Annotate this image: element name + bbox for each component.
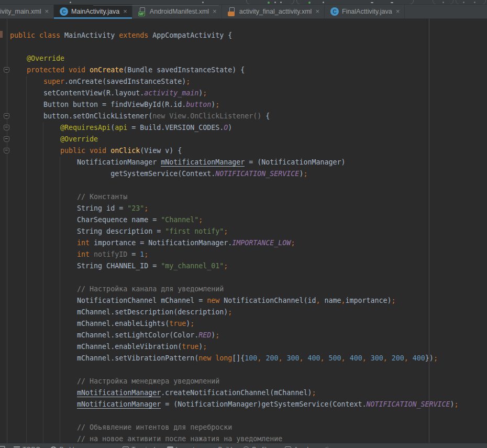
code-line[interactable]: NotificationManager mNotificationManager… (10, 157, 487, 168)
code-token: RED (198, 331, 211, 339)
code-line[interactable]: mNotificationManager.createNotificationC… (10, 387, 487, 399)
tab-finalacttivity-java[interactable]: CFinalActtivity.java× (325, 4, 405, 18)
run-indicator-dot (308, 2, 311, 4)
code-line[interactable]: int notifyID = 1; (10, 249, 487, 260)
statusbar-item-build[interactable]: Build (209, 446, 233, 448)
code-token: 200 (392, 354, 404, 362)
code-token: , (320, 354, 325, 362)
code-line[interactable]: mChannel.setLightColor(Color.RED); (10, 330, 487, 341)
statusbar-item-problems[interactable]: Problems (50, 446, 86, 448)
statusbar-item-todo[interactable]: TODO (14, 446, 40, 448)
tab-activity_final_acttivity-xml[interactable]: activity_final_acttivity.xml× (222, 4, 325, 18)
code-line[interactable]: button.setOnClickListener(new View.OnCli… (10, 111, 487, 122)
code-line[interactable]: int importance = NotificationManager.IMP… (10, 237, 487, 249)
code-token: @Override (10, 135, 98, 143)
tab-androidmanifest-xml[interactable]: MFAndroidManifest.xml× (132, 4, 222, 18)
run-indicator-dot (268, 2, 270, 4)
code-token: = (NotificationManager) (245, 158, 345, 166)
code-token: ; (434, 354, 438, 362)
code-token: 500 (329, 354, 341, 362)
close-icon[interactable]: × (45, 9, 49, 14)
code-editor[interactable]: public class MainActivity extends AppCom… (0, 19, 487, 448)
device-selector-widget[interactable] (246, 0, 294, 5)
statusbar-item-terminal[interactable]: Terminal (123, 446, 155, 448)
code-line[interactable]: String description = "first notify"; (10, 226, 487, 237)
code-line[interactable]: // Обьявление интентов для переброски (10, 422, 487, 433)
code-line[interactable]: String CHANNEL_ID = "my_channel_01"; (10, 260, 487, 272)
code-token: mChannel.enableVibration( (10, 343, 182, 351)
code-line[interactable] (10, 41, 487, 53)
statusbar-item-app-inspection[interactable]: App Inspection (285, 446, 335, 448)
fold-marker-icon[interactable] (4, 113, 9, 119)
code-token: , (404, 354, 408, 362)
toolbar-button-group[interactable] (456, 0, 486, 5)
tab-ivity_main-xml[interactable]: ivity_main.xml× (0, 4, 54, 18)
code-line[interactable]: getSystemService(Context.NOTIFICATION_SE… (10, 168, 487, 180)
code-token: String description = (10, 227, 165, 235)
code-line[interactable] (10, 410, 487, 422)
code-token: int (10, 239, 90, 247)
statusbar-item-logcat[interactable]: Logcat (167, 446, 195, 448)
fold-marker-icon[interactable] (4, 148, 9, 154)
fold-marker-icon[interactable] (4, 136, 9, 142)
run-configuration-widget[interactable] (296, 0, 414, 5)
code-line[interactable]: CharSequence name = "Channel"; (10, 214, 487, 226)
manifest-file-icon: MF (138, 7, 147, 16)
code-line[interactable]: public class MainActivity extends AppCom… (10, 30, 487, 41)
tab-label: FinalActtivity.java (342, 8, 392, 15)
code-token: ; (312, 389, 316, 397)
code-token: , (299, 354, 303, 362)
code-token: button.setOnClickListener( (10, 112, 152, 120)
code-line[interactable]: protected void onCreate(Bundle savedInst… (10, 64, 487, 76)
code-line[interactable]: mNotificationManager = (NotificationMana… (10, 399, 487, 410)
toolwindow-corner-icon[interactable] (0, 446, 5, 448)
code-line[interactable]: @Override (10, 134, 487, 145)
code-line[interactable]: super.onCreate(savedInstanceState); (10, 76, 487, 88)
close-icon[interactable]: × (213, 9, 217, 14)
code-token: mNotificationManager (77, 389, 161, 397)
code-line[interactable]: Button button = findViewById(R.id.button… (10, 99, 487, 111)
code-line[interactable] (10, 364, 487, 376)
code-token: mChannel.enableLights( (10, 320, 169, 327)
tab-label: AndroidManifest.xml (150, 8, 209, 15)
code-line[interactable] (10, 272, 487, 283)
code-token: ; (190, 320, 194, 327)
code-line[interactable]: @RequiresApi(api = Build.VERSION_CODES.O… (10, 122, 487, 134)
fold-marker-icon[interactable] (4, 125, 9, 130)
status-bar: TODOProblemsTerminalLogcatBuildProfilerA… (0, 443, 487, 448)
tab-label: activity_final_acttivity.xml (239, 8, 312, 15)
code-token: String CHANNEL_ID = (10, 262, 161, 270)
code-line[interactable]: @Override (10, 53, 487, 64)
code-token: 300 (286, 354, 299, 362)
code-area[interactable]: public class MainActivity extends AppCom… (0, 30, 487, 445)
code-line[interactable]: // Настройка менеджера уведомлений (10, 376, 487, 387)
statusbar-item-label: TODO (23, 446, 40, 448)
code-line[interactable]: NotificationChannel mChannel = new Notif… (10, 295, 487, 307)
code-line[interactable]: mChannel.enableVibration(true); (10, 341, 487, 353)
code-line[interactable] (10, 180, 487, 191)
tab-mainactivity-java[interactable]: CMainActivity.java× (54, 4, 132, 18)
code-token: 400 (413, 354, 425, 362)
code-token: IMPORTANCE_LOW (232, 239, 291, 247)
code-line[interactable]: mChannel.enableLights(true); (10, 318, 487, 330)
close-icon[interactable]: × (315, 9, 319, 14)
code-token: AppCompatActivity { (148, 31, 232, 39)
close-icon[interactable]: × (123, 9, 127, 14)
android-studio-window: ivity_main.xml×CMainActivity.java×MFAndr… (0, 0, 487, 448)
code-line[interactable]: mChannel.setVibrationPattern(new long[]{… (10, 353, 487, 364)
statusbar-item-label: App Inspection (294, 446, 335, 448)
close-icon[interactable]: × (396, 9, 400, 14)
code-line[interactable]: // Настройка канала для уведомлений (10, 283, 487, 295)
code-token: String id = (10, 204, 127, 212)
tab-label: MainActivity.java (71, 8, 119, 15)
code-token: importance) (345, 297, 391, 304)
code-line[interactable]: setContentView(R.layout.activity_main); (10, 88, 487, 99)
fold-marker-icon[interactable] (4, 67, 9, 73)
toolbar-dash (391, 2, 393, 3)
code-line[interactable]: mChannel.setDescription(description); (10, 307, 487, 318)
statusbar-item-profiler[interactable]: Profiler (243, 446, 272, 448)
code-token: ) (228, 124, 232, 132)
code-line[interactable]: public void onClick(View v) { (10, 145, 487, 157)
code-line[interactable]: String id = "23"; (10, 203, 487, 214)
code-line[interactable]: // Константы (10, 191, 487, 203)
